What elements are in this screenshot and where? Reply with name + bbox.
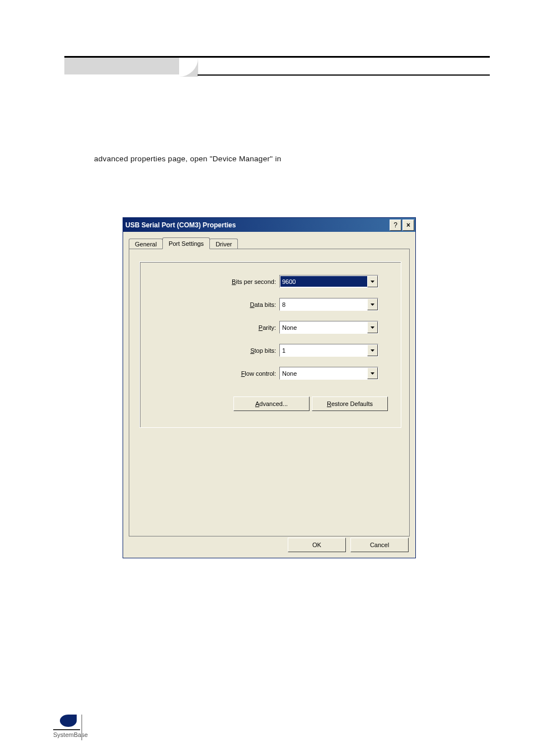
dialog-bottom-buttons: OK Cancel — [288, 538, 409, 552]
databits-dropdown[interactable]: 8 — [279, 298, 378, 311]
flow-label: Flow control: — [241, 370, 276, 377]
tab-strip: General Port Settings Driver — [129, 237, 410, 249]
chevron-down-icon — [371, 326, 374, 329]
parity-label: Parity: — [259, 324, 276, 331]
stopbits-value: 1 — [280, 347, 367, 354]
parity-value: None — [280, 324, 367, 331]
stopbits-label: Stop bits: — [250, 347, 276, 354]
cancel-button-label: Cancel — [370, 542, 389, 548]
row-stop-bits: Stop bits: 1 — [250, 344, 378, 357]
logo-drop-icon — [60, 715, 77, 727]
tab-port-settings-label: Port Settings — [168, 240, 204, 247]
advanced-button-label: Advanced... — [255, 400, 288, 407]
help-button[interactable]: ? — [390, 220, 401, 231]
svg-marker-1 — [371, 304, 374, 306]
logo-line — [53, 729, 80, 730]
databits-dropdown-button[interactable] — [367, 298, 378, 310]
tab-driver[interactable]: Driver — [209, 239, 238, 249]
tab-general-label: General — [135, 241, 157, 248]
svg-marker-3 — [371, 349, 374, 352]
ok-button-label: OK — [312, 542, 321, 548]
databits-value: 8 — [280, 301, 367, 308]
titlebar-controls: ? × — [390, 220, 414, 231]
header-grey-tab — [64, 56, 179, 74]
parity-dropdown[interactable]: None — [279, 321, 378, 334]
databits-label: Data bits: — [250, 301, 276, 308]
stopbits-dropdown-button[interactable] — [367, 344, 378, 356]
row-flow-control: Flow control: None — [241, 367, 378, 380]
close-icon: × — [406, 222, 410, 228]
page-header-bar — [64, 56, 490, 78]
row-bits-per-second: Bits per second: 9600 — [232, 275, 378, 288]
close-button[interactable]: × — [402, 220, 414, 231]
flow-dropdown[interactable]: None — [279, 367, 378, 380]
tab-driver-label: Driver — [216, 241, 232, 248]
svg-marker-2 — [371, 326, 374, 329]
header-curve — [179, 58, 198, 77]
chevron-down-icon — [371, 281, 374, 283]
row-parity: Parity: None — [259, 321, 378, 334]
svg-marker-0 — [371, 281, 374, 283]
logo-symbol — [53, 715, 80, 730]
header-bottom-line — [198, 74, 490, 76]
chevron-down-icon — [371, 304, 374, 306]
systembase-logo: SystemBase — [53, 715, 88, 738]
bps-dropdown[interactable]: 9600 — [279, 275, 378, 288]
row-data-bits: Data bits: 8 — [250, 298, 378, 311]
flow-value: None — [280, 370, 367, 377]
stopbits-dropdown[interactable]: 1 — [279, 344, 378, 357]
svg-marker-4 — [371, 372, 374, 375]
advanced-button[interactable]: Advanced... — [233, 396, 310, 411]
tab-panel: Bits per second: 9600 Data bits: 8 — [129, 249, 410, 536]
bps-value: 9600 — [280, 276, 367, 287]
cancel-button[interactable]: Cancel — [350, 538, 409, 552]
restore-defaults-button[interactable]: Restore Defaults — [312, 396, 388, 411]
restore-defaults-label: Restore Defaults — [327, 400, 373, 407]
chevron-down-icon — [371, 349, 374, 352]
settings-group: Bits per second: 9600 Data bits: 8 — [139, 262, 401, 428]
bps-label: Bits per second: — [232, 278, 276, 285]
instruction-text: advanced properties page, open "Device M… — [94, 155, 282, 163]
tab-general[interactable]: General — [129, 239, 163, 249]
flow-dropdown-button[interactable] — [367, 367, 378, 379]
tab-port-settings[interactable]: Port Settings — [162, 237, 210, 249]
dialog-titlebar[interactable]: USB Serial Port (COM3) Properties ? × — [123, 218, 415, 232]
parity-dropdown-button[interactable] — [367, 321, 378, 333]
logo-vert — [81, 715, 82, 740]
logo-text: SystemBase — [53, 731, 88, 738]
dialog-title: USB Serial Port (COM3) Properties — [125, 221, 236, 229]
question-icon: ? — [394, 222, 397, 228]
chevron-down-icon — [371, 372, 374, 375]
bps-dropdown-button[interactable] — [367, 276, 378, 287]
properties-dialog: USB Serial Port (COM3) Properties ? × Ge… — [123, 217, 416, 558]
ok-button[interactable]: OK — [288, 538, 346, 552]
